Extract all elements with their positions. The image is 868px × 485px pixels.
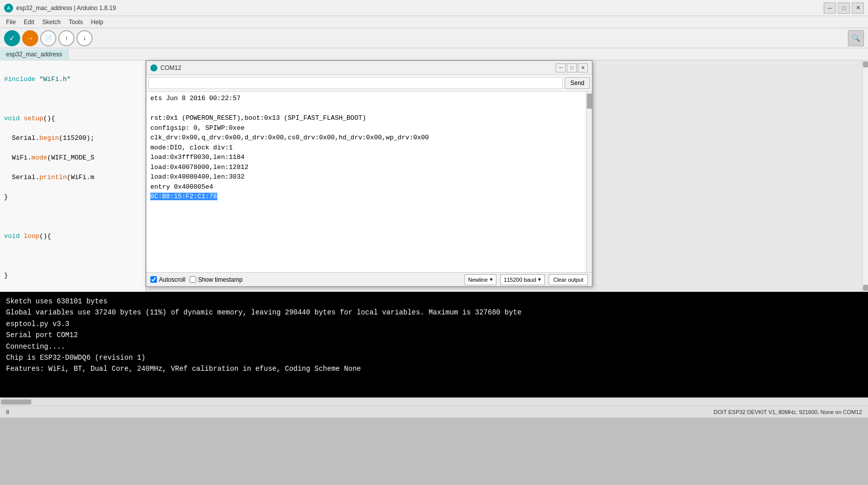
main-area: #include "WiFi.h" void setup(){ Serial.b…	[0, 60, 868, 292]
window-controls: ─ □ ✕	[824, 3, 864, 14]
console-output: Sketch uses 638101 bytes Global variable…	[0, 292, 868, 397]
chevron-down-icon: ▾	[490, 276, 493, 283]
scroll-thumb[interactable]	[587, 94, 592, 109]
console-line: esptool.py v3.3	[6, 318, 862, 330]
serial-status-bar: Autoscroll Show timestamp Newline ▾ 1152…	[146, 272, 592, 286]
open-button[interactable]: ↑	[58, 30, 74, 46]
list-item	[150, 104, 582, 114]
list-item: configsip: 0, SPIWP:0xee	[150, 123, 582, 133]
newline-dropdown[interactable]: Newline ▾	[465, 274, 496, 285]
list-item: load:0x3fff0030,len:1184	[150, 152, 582, 163]
serial-title-text: COM12	[160, 64, 555, 71]
line-number: 8	[6, 409, 9, 415]
list-item: mode:DIO, clock div:1	[150, 143, 582, 153]
list-item: ets Jun 8 2016 00:22:57	[150, 94, 582, 104]
scroll-thumb-top[interactable]	[863, 61, 868, 67]
restore-button[interactable]: □	[838, 3, 850, 14]
console-line: Sketch uses 638101 bytes	[6, 296, 862, 307]
console-line: Serial port COM12	[6, 330, 862, 341]
show-timestamp-checkbox[interactable]	[190, 276, 196, 283]
upload-button[interactable]: →	[22, 30, 38, 46]
menu-edit[interactable]: Edit	[20, 18, 38, 27]
serial-send-button[interactable]: Send	[565, 77, 590, 89]
menu-tools[interactable]: Tools	[65, 18, 87, 27]
main-right-scrollbar[interactable]	[862, 60, 868, 292]
selected-mac-address: 0C:B8:15:F2:C1:78	[150, 193, 217, 200]
serial-vertical-scrollbar[interactable]	[586, 92, 592, 272]
menu-sketch[interactable]: Sketch	[38, 18, 65, 27]
list-item: clk_drv:0x00,q_drv:0x00,d_drv:0x00,cs0_d…	[150, 133, 582, 143]
console-line: Features: WiFi, BT, Dual Core, 240MHz, V…	[6, 363, 862, 374]
menu-help[interactable]: Help	[87, 18, 108, 27]
serial-monitor-window: COM12 ─ □ ✕ Send ets Jun 8 2016 00:22:57…	[146, 60, 592, 287]
app-icon: A	[4, 4, 13, 13]
tabs-bar: esp32_mac_address	[0, 48, 868, 60]
serial-input-field[interactable]	[148, 77, 563, 89]
board-info: DOIT ESP32 DEVKIT V1, 80MHz, 921600, Non…	[714, 409, 862, 415]
horizontal-scroll-thumb[interactable]	[1, 399, 31, 405]
serial-input-bar: Send	[146, 75, 592, 92]
autoscroll-label[interactable]: Autoscroll	[150, 276, 186, 283]
minimize-button[interactable]: ─	[824, 3, 836, 14]
serial-minimize-button[interactable]: ─	[556, 63, 566, 72]
status-bar: 8 DOIT ESP32 DEVKIT V1, 80MHz, 921600, N…	[0, 406, 868, 418]
title-bar: A esp32_mac_address | Arduino 1.8.19 ─ □…	[0, 0, 868, 16]
new-button[interactable]: 📄	[40, 30, 56, 46]
autoscroll-checkbox[interactable]	[150, 276, 157, 283]
show-timestamp-label[interactable]: Show timestamp	[190, 276, 243, 283]
baud-rate-dropdown[interactable]: 115200 baud ▾	[500, 274, 545, 285]
list-item: rst:0x1 (POWERON_RESET),boot:0x13 (SPI_F…	[150, 113, 582, 123]
horizontal-scrollbar[interactable]	[0, 397, 868, 406]
list-item: load:0x40080400,len:3032	[150, 172, 582, 182]
serial-output-area[interactable]: ets Jun 8 2016 00:22:57 rst:0x1 (POWERON…	[146, 92, 586, 272]
toolbar: ✓ → 📄 ↑ ↓ 🔍	[0, 28, 868, 48]
serial-close-button[interactable]: ✕	[578, 63, 588, 72]
code-editor[interactable]: #include "WiFi.h" void setup(){ Serial.b…	[0, 60, 146, 292]
serial-icon	[150, 64, 157, 71]
verify-button[interactable]: ✓	[4, 30, 20, 46]
serial-restore-button[interactable]: □	[567, 63, 577, 72]
save-button[interactable]: ↓	[76, 30, 93, 46]
serial-title-bar: COM12 ─ □ ✕	[146, 61, 592, 75]
scroll-thumb-bottom[interactable]	[863, 285, 868, 291]
console-line: Chip is ESP32-D0WDQ6 (revision 1)	[6, 352, 862, 363]
close-button[interactable]: ✕	[852, 3, 864, 14]
tab-sketch[interactable]: esp32_mac_address	[0, 49, 68, 59]
clear-output-button[interactable]: Clear output	[549, 274, 588, 285]
menu-file[interactable]: File	[2, 18, 20, 27]
list-item: entry 0x400805e4	[150, 182, 582, 192]
list-item: load:0x40078000,len:12812	[150, 163, 582, 173]
list-item: 0C:B8:15:F2:C1:78	[150, 192, 582, 202]
chevron-down-icon: ▾	[538, 276, 541, 283]
menu-bar: File Edit Sketch Tools Help	[0, 16, 868, 28]
console-line: Global variables use 37240 bytes (11%) o…	[6, 307, 862, 318]
search-button[interactable]: 🔍	[848, 30, 864, 46]
console-line: Connecting....	[6, 341, 862, 352]
window-title: esp32_mac_address | Arduino 1.8.19	[16, 5, 824, 12]
